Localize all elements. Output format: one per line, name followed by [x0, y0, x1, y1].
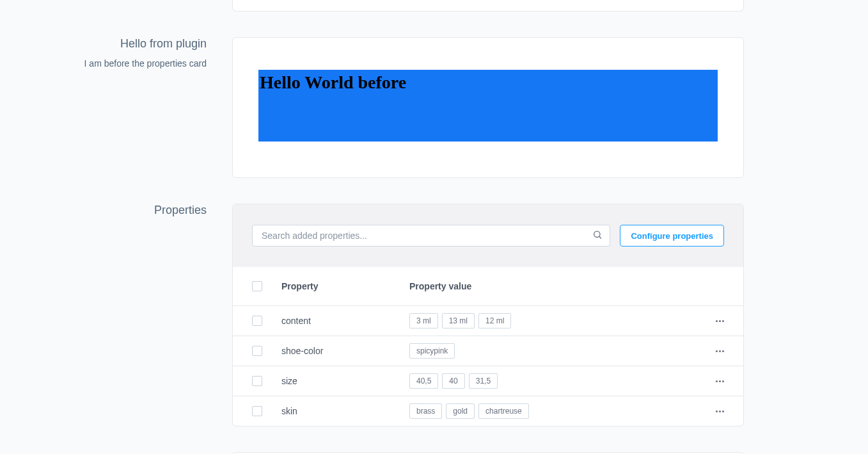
row-checkbox[interactable]: [252, 346, 262, 356]
properties-section-title: Properties: [0, 204, 207, 217]
value-tag[interactable]: spicypink: [409, 343, 455, 359]
value-tag[interactable]: 31,5: [469, 373, 498, 389]
plugin-section-title: Hello from plugin: [0, 37, 207, 51]
search-input[interactable]: [252, 225, 610, 247]
properties-toolbar: Configure properties: [233, 204, 743, 267]
value-tag[interactable]: chartreuse: [478, 403, 529, 419]
row-actions-button[interactable]: [716, 350, 724, 352]
row-actions-button[interactable]: [716, 320, 724, 322]
property-name: content: [281, 316, 409, 326]
previous-card-bottom: [232, 0, 744, 12]
properties-table: Property Property value content 3 ml 13 …: [233, 267, 743, 426]
table-row: skin brass gold chartreuse: [233, 396, 743, 426]
column-header-value: Property value: [409, 281, 698, 291]
property-name: size: [281, 376, 409, 386]
table-row: content 3 ml 13 ml 12 ml: [233, 306, 743, 336]
row-checkbox[interactable]: [252, 376, 262, 386]
properties-card: Configure properties Property Property v…: [232, 204, 744, 426]
value-tag[interactable]: 13 ml: [442, 313, 475, 328]
plugin-banner: Hello World before: [258, 70, 718, 142]
value-tag[interactable]: 3 ml: [409, 313, 438, 328]
plugin-banner-text: Hello World before: [258, 72, 718, 93]
table-header: Property Property value: [233, 267, 743, 306]
select-all-checkbox[interactable]: [252, 281, 262, 291]
property-name: shoe-color: [281, 346, 409, 356]
plugin-card-before: Hello World before: [232, 37, 744, 178]
table-row: size 40,5 40 31,5: [233, 366, 743, 396]
value-tag[interactable]: 40: [442, 373, 464, 389]
value-tag[interactable]: brass: [409, 403, 442, 419]
value-tag[interactable]: gold: [446, 403, 475, 419]
row-checkbox[interactable]: [252, 316, 262, 326]
plugin-section-subtitle: I am before the properties card: [0, 58, 207, 69]
row-checkbox[interactable]: [252, 406, 262, 416]
value-tag[interactable]: 40,5: [409, 373, 438, 389]
value-tag[interactable]: 12 ml: [478, 313, 511, 328]
row-actions-button[interactable]: [716, 380, 724, 382]
column-header-property: Property: [281, 281, 409, 291]
table-row: shoe-color spicypink: [233, 336, 743, 366]
row-actions-button[interactable]: [716, 410, 724, 412]
property-name: skin: [281, 406, 409, 416]
configure-properties-button[interactable]: Configure properties: [620, 225, 724, 247]
